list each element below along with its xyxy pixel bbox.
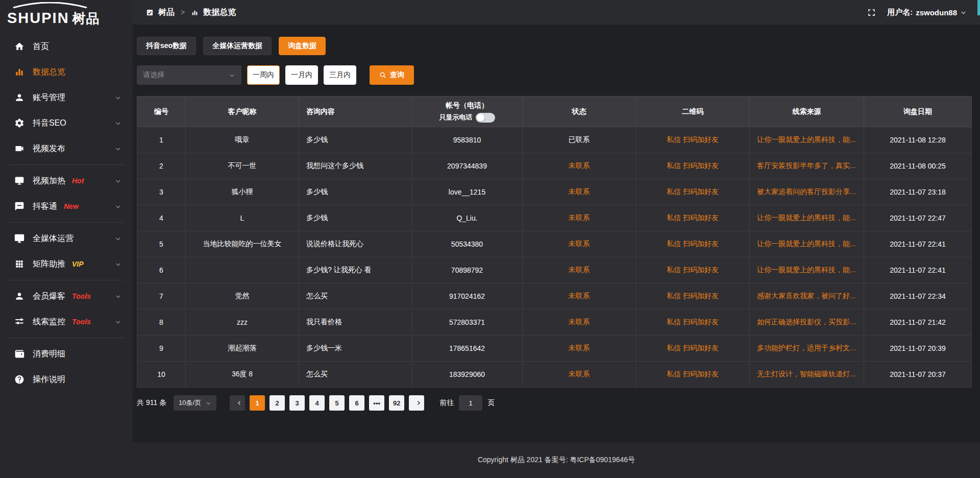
bar-chart-icon — [191, 9, 199, 16]
page-6-button[interactable]: 6 — [349, 395, 364, 411]
cell-nickname: 潮起潮落 — [186, 336, 299, 362]
sidebar-item-消费明细[interactable]: 消费明细 — [0, 341, 133, 367]
page-92-button[interactable]: 92 — [389, 395, 404, 411]
cell-source-link[interactable]: 让你一眼就爱上的黑科技，能... — [750, 257, 864, 283]
cell-source-link[interactable]: 无主灯设计，智能磁吸轨道灯... — [750, 362, 864, 388]
home-icon — [14, 41, 24, 52]
cell-qr-link[interactable]: 私信 扫码加好友 — [636, 362, 750, 388]
cell-status: 未联系 — [523, 205, 636, 231]
cell-date: 2021-11-07 22:41 — [864, 231, 972, 257]
filter-select[interactable]: 请选择 — [137, 65, 241, 85]
page-1-button[interactable]: 1 — [250, 395, 265, 411]
video-camera-icon — [14, 144, 24, 154]
sidebar-item-数据总览[interactable]: 数据总览 — [0, 59, 133, 85]
tab-media-operation-data[interactable]: 全媒体运营数据 — [203, 37, 272, 55]
cell-index: 1 — [137, 127, 186, 153]
page-2-button[interactable]: 2 — [270, 395, 285, 411]
cell-source-link[interactable]: 如何正确选择投影仪，买投影... — [750, 309, 864, 336]
chevron-down-icon — [960, 9, 967, 16]
cell-qr-link[interactable]: 私信 扫码加好友 — [636, 257, 750, 283]
cell-account: 572803371 — [412, 309, 523, 336]
pagination-total: 共 911 条 — [137, 398, 166, 408]
cell-account: Q_Liu. — [412, 205, 523, 231]
page-4-button[interactable]: 4 — [309, 395, 325, 411]
page-ellipsis-button[interactable]: ••• — [369, 395, 384, 411]
sidebar-divider — [8, 280, 125, 280]
cell-content: 怎么买 — [299, 283, 412, 309]
page-3-button[interactable]: 3 — [289, 395, 305, 411]
page-size-value: 10条/页 — [179, 398, 201, 408]
cell-index: 2 — [137, 153, 186, 179]
sidebar-item-矩阵助推[interactable]: 矩阵助推VIP — [0, 251, 133, 277]
sidebar-item-label: 消费明细 — [33, 349, 65, 360]
cell-nickname: 狐小狸 — [186, 179, 299, 205]
page-size-select[interactable]: 10条/页 — [174, 395, 216, 411]
range-month-button[interactable]: 一月内 — [285, 65, 318, 85]
cell-content: 多少钱 — [299, 205, 412, 231]
query-button-label: 查询 — [390, 70, 404, 80]
cell-source-link[interactable]: 客厅安装投影半年多了，真实... — [750, 153, 864, 179]
cell-source-link[interactable]: 多功能护栏灯，适用于乡村文... — [750, 336, 864, 362]
sidebar-item-首页[interactable]: 首页 — [0, 34, 133, 59]
user-menu[interactable]: 用户名: zswodun88 — [887, 8, 967, 17]
sidebar-item-全媒体运营[interactable]: 全媒体运营 — [0, 226, 133, 251]
phone-toggle-label: 只显示电话 — [439, 113, 473, 122]
sidebar-item-账号管理[interactable]: 账号管理 — [0, 85, 133, 110]
cell-source-link[interactable]: 被大家追着问的客厅投影分享... — [750, 179, 864, 205]
column-qrcode: 二维码 — [636, 97, 750, 127]
range-week-button[interactable]: 一周内 — [247, 65, 280, 85]
cell-status: 未联系 — [523, 153, 636, 179]
cell-source-link[interactable]: 让你一眼就爱上的黑科技，能... — [750, 127, 864, 153]
sidebar-item-操作说明[interactable]: 操作说明 — [0, 367, 133, 392]
tab-inquiry-data[interactable]: 询盘数据 — [279, 37, 326, 55]
phone-only-toggle[interactable] — [476, 113, 495, 123]
sidebar-item-badge: Hot — [72, 177, 84, 185]
sidebar-item-label: 矩阵助推 — [33, 259, 65, 270]
scrollbar-thumb[interactable] — [977, 0, 980, 15]
cell-source-link[interactable]: 让你一眼就爱上的黑科技，能... — [750, 231, 864, 257]
sidebar-item-视频发布[interactable]: 视频发布 — [0, 136, 133, 161]
query-button[interactable]: 查询 — [370, 65, 414, 85]
page-5-button[interactable]: 5 — [329, 395, 345, 411]
wallet-icon — [14, 349, 24, 359]
sidebar-item-抖音SEO[interactable]: 抖音SEO — [0, 110, 133, 136]
range-quarter-button[interactable]: 三月内 — [324, 65, 356, 85]
cell-qr-link[interactable]: 私信 扫码加好友 — [636, 205, 750, 231]
question-icon — [14, 374, 24, 385]
cell-qr-link[interactable]: 私信 扫码加好友 — [636, 283, 750, 309]
cell-source-link[interactable]: 让你一眼就爱上的黑科技，能... — [750, 205, 864, 231]
cell-qr-link[interactable]: 私信 扫码加好友 — [636, 179, 750, 205]
cell-status: 未联系 — [523, 231, 636, 257]
cell-content: 多少钱 — [299, 179, 412, 205]
cell-qr-link[interactable]: 私信 扫码加好友 — [636, 153, 750, 179]
inquiry-table: 编号 客户昵称 咨询内容 帐号（电话） 只显示电话 状态 二维码 线索来源 询盘… — [137, 96, 972, 388]
next-page-button[interactable] — [409, 395, 424, 411]
sidebar-item-会员爆客[interactable]: 会员爆客Tools — [0, 283, 133, 309]
cell-qr-link[interactable]: 私信 扫码加好友 — [636, 309, 750, 336]
topbar: 树品 > 数据总览 用户名: zswodun88 — [133, 0, 980, 25]
column-account: 帐号（电话） 只显示电话 — [412, 97, 523, 127]
sidebar-item-视频加热[interactable]: 视频加热Hot — [0, 168, 133, 194]
chevron-down-icon — [115, 178, 121, 184]
cell-status: 已联系 — [523, 127, 636, 153]
cell-content: 怎么买 — [299, 362, 412, 388]
breadcrumb-root[interactable]: 树品 — [158, 7, 175, 18]
tab-douyin-seo-data[interactable]: 抖音seo数据 — [137, 37, 196, 55]
cell-qr-link[interactable]: 私信 扫码加好友 — [636, 127, 750, 153]
goto-page-input[interactable] — [459, 395, 482, 411]
sidebar-item-抖客通[interactable]: 抖客通New — [0, 194, 133, 219]
table-row: 8zzz我只看价格572803371未联系私信 扫码加好友如何正确选择投影仪，买… — [137, 309, 972, 336]
cell-qr-link[interactable]: 私信 扫码加好友 — [636, 231, 750, 257]
cell-account: 9583810 — [412, 127, 523, 153]
goto-page: 前往 页 — [439, 395, 495, 411]
cell-source-link[interactable]: 感谢大家喜欢我家，被问了好... — [750, 283, 864, 309]
chevron-right-icon — [415, 400, 422, 406]
cell-date: 2021-11-08 00:25 — [864, 153, 972, 179]
cell-qr-link[interactable]: 私信 扫码加好友 — [636, 336, 750, 362]
prev-page-button[interactable] — [230, 395, 245, 411]
table-header-row: 编号 客户昵称 咨询内容 帐号（电话） 只显示电话 状态 二维码 线索来源 询盘… — [137, 97, 972, 127]
sidebar-item-label: 全媒体运营 — [33, 233, 74, 244]
sidebar-item-线索监控[interactable]: 线索监控Tools — [0, 309, 133, 334]
cell-content: 多少钱一米 — [299, 336, 412, 362]
fullscreen-icon[interactable] — [867, 8, 876, 17]
